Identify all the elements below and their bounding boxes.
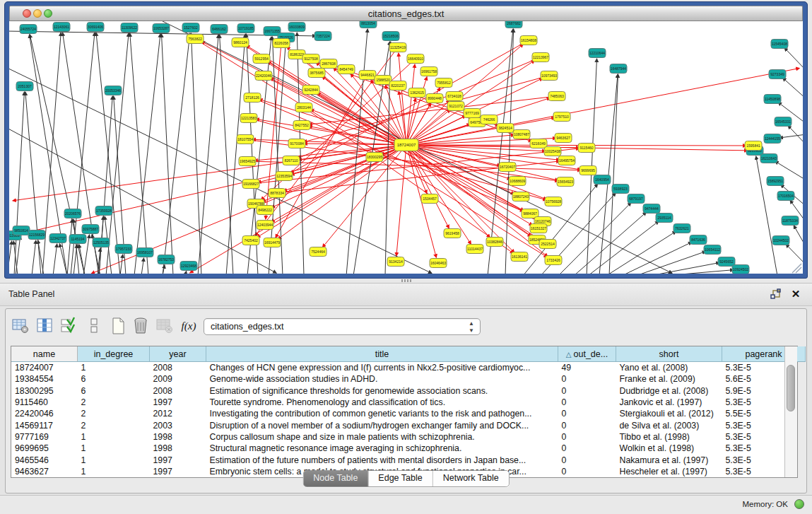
node-9121072[interactable]: 9121072 xyxy=(447,102,464,111)
node-8454749[interactable]: 8454749 xyxy=(338,65,355,74)
node-10719185[interactable]: 10719185 xyxy=(237,24,254,33)
table-row[interactable]: 1938455462009Genome-wide association stu… xyxy=(11,373,806,385)
create-column-button[interactable] xyxy=(109,317,127,335)
node-8427552[interactable]: 8427552 xyxy=(293,121,310,130)
table-row[interactable]: 969969511998Structural magnetic resonanc… xyxy=(11,443,806,454)
node-15892951[interactable]: 15892951 xyxy=(767,177,784,186)
node-10654112[interactable]: 10654112 xyxy=(704,245,721,255)
node-3875685[interactable]: 3875685 xyxy=(308,69,325,78)
node-7425402[interactable]: 7425402 xyxy=(242,236,259,245)
select-column-button[interactable] xyxy=(35,317,54,335)
node-1640954[interactable]: 1640954 xyxy=(594,175,611,185)
network-canvas[interactable]: 2405572412143061306914061130962210653287… xyxy=(9,21,803,274)
node-11014437[interactable]: 11014437 xyxy=(466,245,483,254)
node-10924502[interactable]: 10924502 xyxy=(732,265,749,274)
node-7357224[interactable]: 7357224 xyxy=(314,32,331,41)
node-1534457[interactable]: 1534457 xyxy=(421,194,438,204)
close-panel-button[interactable]: ✕ xyxy=(789,287,802,301)
node-16033809[interactable]: 16033809 xyxy=(288,23,305,32)
node-16720407[interactable]: 16720407 xyxy=(499,163,516,172)
node-9860124[interactable]: 9860124 xyxy=(232,38,249,47)
node-2687682[interactable]: 2687682 xyxy=(505,21,522,28)
node-7955812[interactable]: 7955812 xyxy=(435,78,452,88)
tab-network-table[interactable]: Network Table xyxy=(433,471,509,486)
function-builder-button[interactable]: f(x) xyxy=(180,317,198,335)
node-9170084[interactable]: 9170084 xyxy=(288,139,305,148)
node-10807487[interactable]: 10807487 xyxy=(513,130,530,139)
node-9115460[interactable]: 9115460 xyxy=(578,144,595,153)
node-11450898[interactable]: 11450898 xyxy=(764,95,781,104)
node-9699695[interactable]: 9699695 xyxy=(579,166,596,175)
node-6216049[interactable]: 6216049 xyxy=(530,139,547,148)
node-5938923[interactable]: 5938923 xyxy=(612,185,629,194)
node-12210644[interactable]: 12210644 xyxy=(589,49,606,58)
node-18807243[interactable]: 18807243 xyxy=(512,192,529,201)
node-16640910[interactable]: 16640910 xyxy=(407,54,424,64)
column-header-out_de[interactable]: △out_de... xyxy=(558,346,616,362)
column-header-name[interactable]: name xyxy=(11,346,78,362)
node-20053346[interactable]: 20053346 xyxy=(105,86,122,95)
node-11309622[interactable]: 11309622 xyxy=(121,23,138,33)
node-10688609[interactable]: 10688609 xyxy=(509,177,526,186)
node-8226058[interactable]: 8226058 xyxy=(273,39,290,48)
node-1595841[interactable]: 1595841 xyxy=(745,141,762,151)
node-12143061[interactable]: 12143061 xyxy=(53,23,70,32)
node-2803144[interactable]: 2803144 xyxy=(295,103,312,112)
table-row[interactable]: 1456911722003Disruption of a novel membe… xyxy=(11,419,806,431)
node-17016504[interactable]: 17016504 xyxy=(777,192,794,201)
delete-table-button[interactable] xyxy=(155,317,174,335)
node-12213583[interactable]: 12213583 xyxy=(240,114,257,123)
node-12156829[interactable]: 12156829 xyxy=(28,230,45,240)
node-9619458[interactable]: 9619458 xyxy=(444,229,461,238)
node-18107554[interactable]: 18107554 xyxy=(237,135,254,144)
node-5912954[interactable]: 5912954 xyxy=(253,54,270,64)
node-10973493[interactable]: 10973493 xyxy=(541,71,558,81)
resize-grip-icon[interactable] xyxy=(792,264,801,273)
node-9850814[interactable]: 9850814 xyxy=(13,226,30,235)
node-7485063[interactable]: 7485063 xyxy=(548,92,565,101)
node-12353594[interactable]: 12353594 xyxy=(276,172,293,181)
node-3824514[interactable]: 3824514 xyxy=(497,124,514,133)
node-16151327[interactable]: 16151327 xyxy=(530,224,547,233)
node-9474444[interactable]: 9474444 xyxy=(643,204,660,214)
node-20206576[interactable]: 20206576 xyxy=(64,209,81,218)
node-8498222[interactable]: 8498222 xyxy=(257,206,273,215)
node-1733426[interactable]: 1733426 xyxy=(545,256,562,265)
node-7563822[interactable]: 7563822 xyxy=(187,35,204,44)
node-8471636[interactable]: 8471636 xyxy=(690,235,707,245)
tab-node-table[interactable]: Node Table xyxy=(303,471,368,486)
node-7632621[interactable]: 7632621 xyxy=(673,224,690,233)
vertical-scrollbar[interactable] xyxy=(784,346,797,477)
node-11875334[interactable]: 11875334 xyxy=(782,216,799,226)
node-12923468[interactable]: 12923468 xyxy=(180,262,197,271)
node-30975887[interactable]: 30975887 xyxy=(82,225,99,234)
node-16961758[interactable]: 16961758 xyxy=(420,67,437,76)
node-19654925[interactable]: 19654925 xyxy=(239,157,256,166)
node-12505135[interactable]: 12505135 xyxy=(93,238,110,247)
node-9127508[interactable]: 9127508 xyxy=(302,54,319,64)
delete-column-button[interactable] xyxy=(131,317,150,335)
network-window-titlebar[interactable]: citations_edges.txt xyxy=(9,6,803,21)
column-header-in_degree[interactable]: in_degree xyxy=(78,346,150,362)
node-2935114[interactable]: 2935114 xyxy=(656,214,673,223)
node-30691406[interactable]: 30691406 xyxy=(87,23,104,32)
node-11545408[interactable]: 11545408 xyxy=(771,40,788,49)
node-2522514[interactable]: 2522514 xyxy=(539,240,556,249)
node-15654923[interactable]: 15654923 xyxy=(557,177,574,187)
column-header-short[interactable]: short xyxy=(616,346,722,362)
node-6734028[interactable]: 6734028 xyxy=(446,92,463,101)
float-panel-button[interactable] xyxy=(770,288,782,301)
node-2051307[interactable]: 2051307 xyxy=(16,82,33,91)
column-header-year[interactable]: year xyxy=(150,346,206,362)
node-16487944[interactable]: 16487944 xyxy=(610,64,627,74)
node-9242844[interactable]: 9242844 xyxy=(302,86,319,95)
node-2718126[interactable]: 2718126 xyxy=(244,93,261,103)
node-1145194[interactable]: 1145194 xyxy=(69,235,86,244)
node-16154808[interactable]: 16154808 xyxy=(520,36,537,45)
node-6879197[interactable]: 6879197 xyxy=(628,194,645,204)
node-1362615[interactable]: 1362615 xyxy=(408,88,425,98)
node-24055724[interactable]: 24055724 xyxy=(20,25,37,34)
node-1527602[interactable]: 1527602 xyxy=(182,23,199,33)
node-8220237[interactable]: 8220237 xyxy=(389,81,406,90)
node-22420046[interactable]: 22420046 xyxy=(255,71,272,81)
